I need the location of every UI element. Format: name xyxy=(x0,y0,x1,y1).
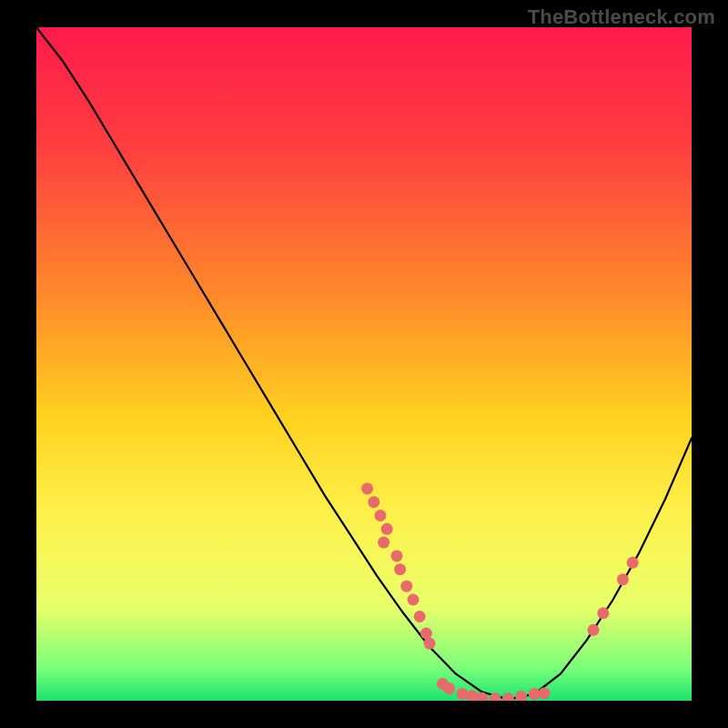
data-dot xyxy=(424,638,436,650)
chart-frame: TheBottleneck.com xyxy=(0,0,728,728)
data-dot xyxy=(368,496,379,508)
data-dot xyxy=(378,537,389,549)
data-dot xyxy=(627,557,639,569)
bottleneck-chart xyxy=(36,27,692,701)
gradient-background xyxy=(36,27,692,701)
data-dot xyxy=(391,550,403,561)
data-dot xyxy=(394,563,406,575)
data-dot xyxy=(361,482,373,494)
data-dot xyxy=(588,624,600,636)
data-dot xyxy=(414,611,426,622)
data-dot xyxy=(597,607,609,619)
data-dot xyxy=(539,687,551,699)
watermark-label: TheBottleneck.com xyxy=(528,5,715,29)
data-dot xyxy=(408,594,420,606)
data-dot xyxy=(443,682,455,694)
data-dot xyxy=(400,581,412,592)
data-dot xyxy=(457,688,469,700)
data-dot xyxy=(420,628,432,640)
data-dot xyxy=(617,573,629,585)
data-dot xyxy=(375,510,387,521)
data-dot xyxy=(381,523,393,535)
